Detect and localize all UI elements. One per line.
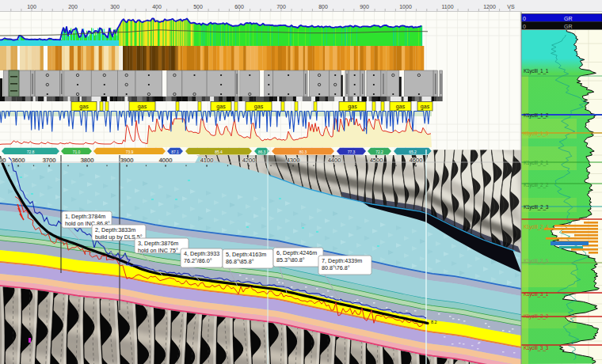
svg-text:GR: GR	[564, 24, 573, 29]
svg-text:1, Depth:3784m: 1, Depth:3784m	[65, 213, 105, 220]
svg-text:300: 300	[110, 4, 120, 9]
svg-text:hold on INC 75°: hold on INC 75°	[138, 247, 178, 254]
svg-text:0: 0	[523, 24, 526, 29]
svg-text:K1ycIII_3_3: K1ycIII_3_3	[524, 345, 549, 351]
svg-text:86.3: 86.3	[258, 150, 266, 154]
svg-text:65.2: 65.2	[409, 150, 417, 154]
svg-text:72.2: 72.2	[375, 150, 383, 154]
svg-text:8.2: 8.2	[431, 320, 437, 324]
svg-text:76.2°/86.0°: 76.2°/86.0°	[184, 257, 212, 264]
svg-text:85.3°\80.8°: 85.3°\80.8°	[276, 256, 305, 264]
svg-text:K1ycIII_1_2: K1ycIII_1_2	[524, 112, 549, 119]
svg-text:700: 700	[276, 4, 286, 9]
svg-text:K1ycIII_2_2: K1ycIII_2_2	[524, 182, 549, 188]
svg-text:K1ycIII_2_5: K1ycIII_2_5	[524, 258, 549, 264]
svg-text:85.4: 85.4	[215, 150, 223, 154]
svg-text:gas: gas	[348, 104, 357, 110]
svg-text:gas: gas	[254, 104, 264, 110]
svg-text:2, Depth:3833m: 2, Depth:3833m	[95, 226, 135, 233]
svg-text:K1ycIII_3_2: K1ycIII_3_2	[524, 313, 549, 320]
svg-text:K1ycIII_1_3: K1ycIII_1_3	[524, 131, 549, 137]
svg-text:GR: GR	[564, 16, 573, 21]
svg-text:6, Depth:4246m: 6, Depth:4246m	[276, 249, 317, 256]
svg-text:4, Depth:3933: 4, Depth:3933	[184, 250, 219, 257]
svg-text:VS: VS	[507, 4, 515, 9]
svg-text:0: 0	[523, 16, 526, 21]
svg-text:100: 100	[27, 4, 36, 9]
svg-text:86.8°\85.8°: 86.8°\85.8°	[226, 258, 254, 265]
svg-text:900: 900	[360, 4, 369, 9]
svg-text:gas: gas	[216, 104, 226, 110]
svg-text:gas: gas	[396, 104, 406, 110]
svg-text:gas: gas	[421, 104, 430, 110]
svg-text:73.9: 73.9	[126, 150, 134, 154]
svg-text:3, Depth:3876m: 3, Depth:3876m	[138, 240, 178, 247]
svg-text:K1ycIII_3_1: K1ycIII_3_1	[524, 291, 549, 298]
svg-text:K1ycIII_2_1: K1ycIII_2_1	[524, 160, 549, 166]
svg-text:72.8: 72.8	[27, 150, 35, 154]
svg-text:K1ycIII_2_3: K1ycIII_2_3	[524, 204, 549, 210]
svg-text:400: 400	[152, 4, 162, 9]
svg-text:80.8°\76.8°: 80.8°\76.8°	[322, 264, 350, 271]
svg-text:7, Depth:4339m: 7, Depth:4339m	[322, 257, 362, 264]
svg-text:77.3: 77.3	[348, 150, 356, 154]
svg-text:1000: 1000	[399, 4, 412, 9]
svg-text:gas: gas	[138, 104, 147, 110]
svg-text:K1ycIII_1_1: K1ycIII_1_1	[524, 68, 549, 74]
svg-text:200: 200	[68, 4, 78, 9]
svg-text:K1ycIII_2_4: K1ycIII_2_4	[524, 224, 549, 230]
svg-text:gas: gas	[79, 104, 89, 110]
svg-text:80.3: 80.3	[299, 150, 307, 154]
svg-text:5, Depth:4163m: 5, Depth:4163m	[226, 251, 266, 258]
svg-text:1100: 1100	[441, 4, 453, 9]
svg-text:800: 800	[318, 4, 328, 9]
svg-text:1200: 1200	[483, 4, 496, 9]
svg-text:600: 600	[234, 4, 244, 9]
svg-text:71.0: 71.0	[73, 150, 81, 154]
svg-text:87.1: 87.1	[171, 150, 179, 154]
svg-text:500: 500	[193, 4, 203, 9]
